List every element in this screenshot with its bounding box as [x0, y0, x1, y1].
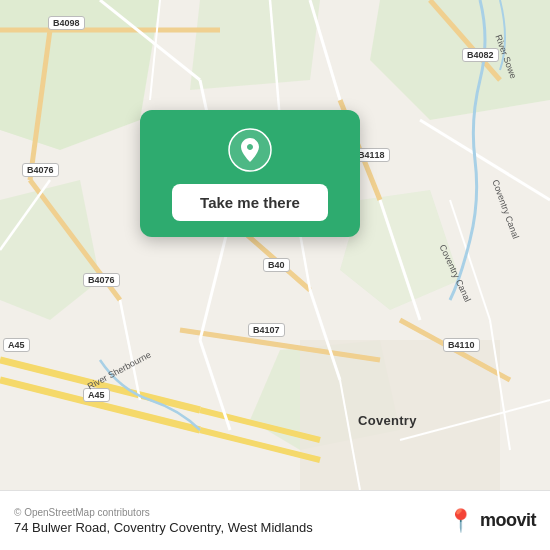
road-badge-b4076-1: B4076	[22, 163, 59, 177]
road-badge-b4107: B4107	[248, 323, 285, 337]
road-badge-b4082: B4082	[462, 48, 499, 62]
road-badge-a45-1: A45	[3, 338, 30, 352]
footer-info: © OpenStreetMap contributors 74 Bulwer R…	[14, 507, 313, 535]
map-container: B4098 B4076 B4076 B4118 B4082 B4107 B411…	[0, 0, 550, 490]
take-me-there-button[interactable]: Take me there	[172, 184, 328, 221]
copyright-text: © OpenStreetMap contributors	[14, 507, 313, 518]
location-card[interactable]: Take me there	[140, 110, 360, 237]
location-pin-icon	[228, 128, 272, 172]
coventry-place-label: Coventry	[358, 413, 417, 428]
road-badge-b4076-2: B4076	[83, 273, 120, 287]
road-badge-b40: B40	[263, 258, 290, 272]
road-badge-a45-2: A45	[83, 388, 110, 402]
footer: © OpenStreetMap contributors 74 Bulwer R…	[0, 490, 550, 550]
moovit-logo-text: moovit	[480, 510, 536, 531]
road-badge-b4110: B4110	[443, 338, 480, 352]
road-badge-b4098: B4098	[48, 16, 85, 30]
moovit-logo: 📍 moovit	[447, 508, 536, 534]
moovit-pin-icon: 📍	[447, 508, 474, 534]
svg-marker-2	[190, 0, 320, 90]
address-text: 74 Bulwer Road, Coventry Coventry, West …	[14, 520, 313, 535]
map-roads-svg	[0, 0, 550, 490]
